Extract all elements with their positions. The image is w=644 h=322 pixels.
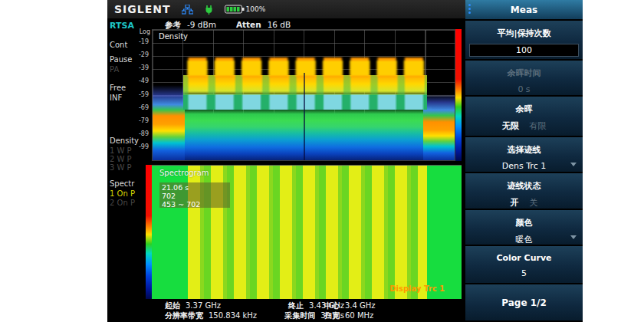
y-tick: -39 [126, 65, 149, 71]
persistence-time-label: 余晖时间 [465, 61, 583, 79]
persistence-time-value: 0 s [465, 84, 583, 94]
spectr-trace-2-status: 2 On P [110, 199, 135, 207]
stop-freq-value: 3.43 GHz [309, 301, 344, 310]
rbw-label: 分辨率带宽 [165, 311, 203, 320]
pause-sub-label: PA [110, 65, 119, 74]
top-status-bar: SIGLENT [107, 0, 465, 18]
analyzer-screen: SIGLENT [107, 0, 583, 322]
menu-item-persistence-time: 余晖时间 0 s [465, 61, 583, 97]
display-trace-label: Display Trc 1 [389, 284, 445, 293]
y-tick: -19 [126, 39, 149, 45]
persistence-label: 余晖 [465, 97, 583, 115]
page-indicator: Page 1/2 [501, 297, 547, 308]
menu-item-persistence[interactable]: 余晖 无限 有限 [465, 97, 583, 137]
ref-level-value[interactable]: -9 dBm [187, 20, 216, 29]
siglent-logo: SIGLENT [114, 3, 171, 15]
ref-level-label[interactable]: 参考 [165, 20, 181, 29]
menu-item-trace-state[interactable]: 迹线状态 开 关 [465, 173, 583, 210]
spectr-trace-1-status[interactable]: 1 On P [110, 189, 135, 198]
density-title: Density [159, 32, 188, 41]
rbw-value: 150.834 kHz [209, 311, 257, 320]
color-curve-value[interactable]: 5 [465, 268, 583, 278]
color-label: 颜色 [465, 210, 583, 228]
atten-value[interactable]: 16 dB [268, 20, 291, 29]
spectrogram-color-scale-bar [146, 165, 152, 299]
trace-state-on[interactable]: 开 [511, 198, 519, 208]
soft-menu-panel: Meas 平均|保持次数 100 余晖时间 0 s 余晖 无限 有限 选择迹线 … [465, 0, 583, 322]
frequency-annotation-bar: 起始3.37 GHz 中心3.4 GHz 终止3.43 GHz 分辨率带宽150… [107, 300, 465, 322]
density-color-scale-bar [455, 29, 462, 161]
battery-icon [225, 5, 245, 14]
menu-item-color-curve[interactable]: Color Curve 5 [465, 246, 583, 284]
chevron-down-icon[interactable] [570, 163, 577, 166]
start-freq-value: 3.37 GHz [186, 301, 221, 310]
trigger-free-label[interactable]: Free [110, 84, 126, 92]
select-trace-label: 选择迹线 [465, 137, 583, 156]
menu-title: Meas [511, 5, 537, 15]
y-tick: -59 [126, 92, 149, 98]
y-tick: -89 [126, 131, 149, 137]
menu-item-select-trace[interactable]: 选择迹线 Dens Trc 1 [465, 137, 583, 173]
color-curve-label: Color Curve [465, 246, 583, 263]
spectr-group-label[interactable]: Spectr [110, 179, 134, 188]
y-tick: -29 [126, 52, 149, 58]
stop-freq-label: 终止 [288, 301, 304, 310]
start-freq-label: 起始 [165, 301, 180, 310]
density-plot: Density [152, 29, 455, 161]
persistence-option-finite[interactable]: 有限 [529, 121, 546, 131]
menu-item-average-hold-count[interactable]: 平均|保持次数 100 [465, 21, 583, 61]
menu-dots-icon[interactable] [468, 4, 471, 14]
menu-item-color[interactable]: 颜色 暖色 [465, 210, 583, 246]
density-burst-body-columns [183, 94, 427, 110]
select-trace-value[interactable]: Dens Trc 1 [465, 161, 583, 171]
density-signal-mass-gaps [183, 75, 427, 95]
acq-time-label: 采集时间 [284, 311, 315, 320]
power-plug-icon [204, 5, 214, 15]
sweep-cont-label[interactable]: Cont [110, 41, 127, 49]
trigger-inf-label: INF [110, 94, 122, 102]
spectrogram-plot: Spectrogram 21.06 s 702 453 ~ 702 Displa… [152, 165, 462, 299]
y-tick: -69 [126, 105, 149, 111]
spectrogram-title: Spectrogram [159, 169, 209, 177]
marker-range: 453 ~ 702 [162, 200, 230, 209]
span-value: 60 MHz [345, 311, 373, 320]
density-noise-right [423, 94, 455, 160]
lan-icon [182, 5, 193, 15]
acq-time-value: 30 ms [320, 311, 344, 320]
average-hold-count-input[interactable]: 100 [469, 44, 579, 57]
persistence-option-infinite[interactable]: 无限 [502, 121, 519, 131]
center-freq-value: 3.4 GHz [345, 301, 376, 310]
y-tick: -49 [126, 78, 149, 84]
marker-time: 21.06 s [162, 183, 230, 192]
color-value[interactable]: 暖色 [465, 234, 583, 245]
y-tick: -79 [126, 118, 149, 124]
density-y-axis: -19 -29 -39 -49 -59 -69 -79 -89 -99 [126, 29, 150, 161]
marker-index: 702 [162, 192, 230, 200]
average-hold-count-label: 平均|保持次数 [465, 21, 583, 39]
screenshot-canvas: SIGLENT [0, 0, 644, 322]
atten-label[interactable]: Atten [236, 20, 261, 29]
menu-item-page[interactable]: Page 1/2 [465, 284, 583, 322]
spectrogram-marker-readout: 21.06 s 702 453 ~ 702 [159, 182, 230, 208]
menu-header: Meas [465, 0, 583, 21]
density-burst-caps-fringe [183, 61, 427, 76]
chevron-down-icon[interactable] [570, 235, 577, 239]
y-tick: -99 [126, 144, 149, 150]
density-trace-3: 3 W P [110, 163, 132, 172]
center-frequency-line [304, 73, 305, 160]
trace-state-label: 迹线状态 [465, 173, 583, 192]
battery-percentage: 100% [246, 5, 266, 13]
trace-state-off[interactable]: 关 [529, 198, 537, 208]
density-noise-left [153, 85, 185, 160]
